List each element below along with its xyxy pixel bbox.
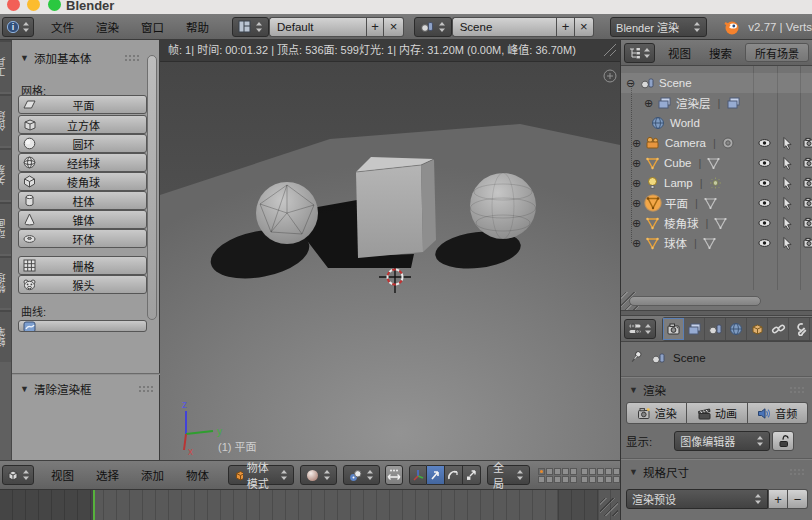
render-audio-button[interactable]: 音频 <box>748 402 808 424</box>
render-still-button[interactable]: 渲染 <box>626 402 687 424</box>
expand-icon[interactable]: ⊕ <box>630 177 643 190</box>
expand-icon[interactable]: ⊕ <box>630 137 643 150</box>
tab-object[interactable] <box>747 318 768 340</box>
outliner-row-world[interactable]: World <box>621 113 812 133</box>
lock-interface-button[interactable] <box>772 431 794 451</box>
preset-remove-button[interactable]: − <box>788 489 808 509</box>
preset-add-button[interactable]: + <box>768 489 788 509</box>
outliner-row-scene[interactable]: ⊖ Scene <box>621 73 812 93</box>
outliner-row-cube[interactable]: ⊕ Cube | <box>621 153 812 173</box>
outliner-menu-view[interactable]: 视图 <box>659 45 700 61</box>
add-torus-button[interactable]: 环体 <box>18 229 147 248</box>
outliner-row-sphere[interactable]: ⊕ 球体 | <box>621 233 812 253</box>
selectable-toggle-cursor-icon[interactable] <box>780 136 795 150</box>
menu-help[interactable]: 帮助 <box>175 19 220 35</box>
display-mode-dropdown[interactable]: 图像编辑器 <box>674 431 770 451</box>
tab-scene[interactable] <box>705 318 726 340</box>
editor-type-button-info[interactable]: i <box>2 17 34 37</box>
icosphere-object[interactable] <box>256 182 318 244</box>
layout-close-button[interactable]: × <box>384 17 403 37</box>
render-toggle-camera-icon[interactable] <box>802 156 812 170</box>
expand-icon[interactable]: ⊕ <box>630 197 643 210</box>
menu-file[interactable]: 文件 <box>40 19 85 35</box>
add-circle-button[interactable]: 圆环 <box>18 134 147 153</box>
collapse-icon[interactable]: ⊖ <box>624 77 637 90</box>
render-toggle-camera-icon[interactable] <box>802 176 812 190</box>
selectable-toggle-cursor-icon[interactable] <box>780 176 795 190</box>
tab-constraints[interactable] <box>768 318 789 340</box>
panel-clear-border-header[interactable]: ▼ 清除渲染框 <box>20 381 91 397</box>
panel-drag-handle[interactable] <box>138 385 153 392</box>
expand-icon[interactable]: ⊕ <box>630 157 643 170</box>
dimensions-panel-header[interactable]: ▼ 规格尺寸 <box>629 464 689 480</box>
expand-icon[interactable]: ⊕ <box>630 237 643 250</box>
selectable-toggle-cursor-icon[interactable] <box>780 196 795 210</box>
editor-type-button-properties[interactable] <box>624 319 656 339</box>
panel-drag-handle[interactable] <box>789 468 804 475</box>
pivot-dropdown[interactable] <box>343 465 380 485</box>
shelf-tab-physics[interactable]: 物理 <box>0 256 11 308</box>
expand-icon[interactable]: ⊕ <box>630 217 643 230</box>
shelf-tab-animation[interactable]: 动画 <box>0 202 11 254</box>
outliner-row-icosphere[interactable]: ⊕ 棱角球 | <box>621 213 812 233</box>
outliner-display-mode-dropdown[interactable]: 所有场景 <box>745 43 809 62</box>
outliner-row-camera[interactable]: ⊕ Camera | <box>621 133 812 153</box>
add-cube-button[interactable]: 立方体 <box>18 115 147 134</box>
panel-drag-handle[interactable] <box>124 54 139 61</box>
outliner-scrollbar[interactable] <box>629 296 761 306</box>
expand-icon[interactable]: ⊕ <box>642 97 655 110</box>
toolshelf-scrollbar[interactable] <box>147 55 157 320</box>
viewport-canvas[interactable]: z y x (1) 平面 <box>160 62 620 460</box>
hide-toggle-eye-icon[interactable] <box>757 236 772 250</box>
outliner-row-plane[interactable]: ⊕ 平面 | <box>621 193 812 213</box>
render-animation-button[interactable]: 动画 <box>687 402 747 424</box>
scene-selector-icon-button[interactable] <box>414 17 452 37</box>
menu-view[interactable]: 视图 <box>40 467 85 483</box>
cube-object[interactable] <box>356 157 436 258</box>
add-uvsphere-button[interactable]: 经纬球 <box>18 153 147 172</box>
mac-close-button[interactable] <box>7 0 20 11</box>
render-toggle-camera-icon[interactable] <box>802 216 812 230</box>
editor-type-button-outliner[interactable] <box>624 43 655 63</box>
timeline[interactable] <box>0 490 620 520</box>
add-cylinder-button[interactable]: 柱体 <box>18 191 147 210</box>
layers-widget[interactable] <box>538 468 620 483</box>
render-panel-header[interactable]: ▼ 渲染 <box>629 382 666 398</box>
render-preset-dropdown[interactable]: 渲染预设 <box>626 489 768 509</box>
mac-zoom-button[interactable] <box>48 0 61 11</box>
hide-toggle-eye-icon[interactable] <box>757 136 772 150</box>
shading-dropdown[interactable] <box>300 465 337 485</box>
panel-add-primitive-header[interactable]: ▼ 添加基本体 <box>20 50 91 66</box>
timeline-playhead[interactable] <box>93 490 95 520</box>
layout-add-button[interactable]: + <box>366 17 384 37</box>
render-toggle-camera-icon[interactable] <box>802 196 812 210</box>
add-icosphere-button[interactable]: 棱角球 <box>18 172 147 191</box>
region-resize-grip-icon[interactable] <box>603 43 617 57</box>
render-toggle-camera-icon[interactable] <box>802 236 812 250</box>
add-cone-button[interactable]: 锥体 <box>18 210 147 229</box>
hide-toggle-eye-icon[interactable] <box>757 196 772 210</box>
shelf-tab-relations[interactable]: 关系 <box>0 148 11 200</box>
screen-layout-icon-button[interactable] <box>232 17 269 37</box>
pin-icon[interactable] <box>629 350 644 365</box>
shelf-tab-create[interactable]: 创建 <box>0 94 11 146</box>
selectable-toggle-cursor-icon[interactable] <box>780 216 795 230</box>
menu-render[interactable]: 渲染 <box>85 19 130 35</box>
manipulator-scale-button[interactable] <box>463 465 481 485</box>
manipulator-rotate-button[interactable] <box>445 465 463 485</box>
hide-toggle-eye-icon[interactable] <box>757 156 772 170</box>
menu-object[interactable]: 物体 <box>175 467 220 483</box>
menu-window[interactable]: 窗口 <box>130 19 175 35</box>
menu-select[interactable]: 选择 <box>85 467 130 483</box>
panel-drag-handle[interactable] <box>789 386 804 393</box>
hide-toggle-eye-icon[interactable] <box>757 216 772 230</box>
uvsphere-object[interactable] <box>470 173 536 239</box>
mac-minimize-button[interactable] <box>27 0 40 11</box>
tab-render[interactable] <box>663 318 684 340</box>
scene-add-button[interactable]: + <box>556 17 574 37</box>
tab-render-layers[interactable] <box>684 318 705 340</box>
render-engine-dropdown[interactable]: Blender 渲染 <box>610 17 707 37</box>
manipulator-translate-button[interactable] <box>427 465 445 485</box>
add-curve-button[interactable] <box>18 320 147 332</box>
render-toggle-camera-icon[interactable] <box>802 136 812 150</box>
